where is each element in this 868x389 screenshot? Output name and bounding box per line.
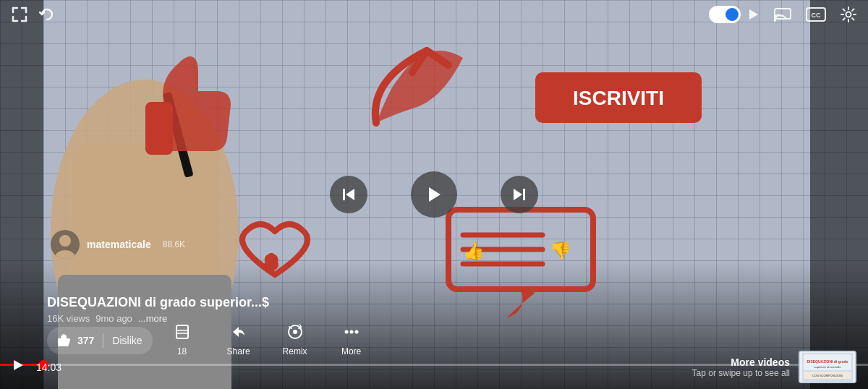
toggle-switch[interactable]: [709, 6, 741, 23]
channel-avatar[interactable]: [51, 230, 80, 259]
svg-text:CON SCOMPOSIZIONI: CON SCOMPOSIZIONI: [812, 374, 843, 377]
time-ago: 9mo ago: [95, 313, 132, 324]
play-indicator-icon: [746, 8, 760, 21]
dislike-button[interactable]: Dislike: [112, 334, 142, 347]
svg-rect-28: [343, 189, 345, 200]
svg-rect-31: [523, 189, 525, 200]
play-button[interactable]: [411, 171, 457, 218]
like-dislike-divider: [103, 333, 103, 348]
skip-next-button[interactable]: [501, 176, 538, 213]
svg-point-41: [293, 330, 297, 334]
bottom-row: 14:03 More videos Tap or swipe up to see…: [0, 351, 868, 383]
like-section[interactable]: 377: [57, 333, 94, 349]
cc-icon[interactable]: CC: [806, 7, 826, 22]
play-small-button[interactable]: [12, 359, 25, 375]
svg-text:👍: 👍: [463, 240, 485, 261]
toggle-knob: [726, 8, 739, 21]
play-time-area: 14:03: [12, 359, 61, 375]
svg-point-34: [59, 235, 71, 247]
svg-text:CC: CC: [812, 12, 821, 19]
remix-icon: [286, 324, 304, 343]
svg-text:superiore al secondo: superiore al secondo: [814, 365, 841, 369]
svg-marker-45: [14, 360, 23, 370]
svg-marker-22: [749, 9, 758, 20]
video-container: ISCRIVITI $ 👍 👎: [0, 0, 868, 389]
view-count: 16K views: [47, 313, 90, 324]
rotate-icon[interactable]: [39, 7, 55, 22]
svg-marker-30: [429, 187, 441, 202]
more-videos-area[interactable]: More videos Tap or swipe up to see all D…: [692, 351, 856, 383]
settings-icon[interactable]: [841, 7, 856, 22]
more-videos-title: More videos: [692, 356, 790, 368]
channel-subscribers: 88.6K: [163, 239, 185, 249]
channel-name[interactable]: matematicale: [87, 239, 151, 250]
expand-icon[interactable]: [12, 7, 27, 22]
cast-icon[interactable]: [774, 7, 791, 22]
video-info-area: DISEQUAZIONI di grado superior...$ 16K v…: [47, 295, 854, 324]
more-description[interactable]: ...more: [138, 313, 167, 324]
more-icon: [344, 324, 359, 343]
svg-point-43: [349, 330, 353, 334]
share-icon: [231, 324, 247, 343]
next-video-thumbnail[interactable]: DISEQUAZIONI di grado superiore al secon…: [799, 351, 856, 383]
svg-marker-29: [346, 189, 354, 200]
top-right-controls: CC: [709, 6, 856, 23]
dislike-label: Dislike: [112, 335, 142, 346]
more-videos-subtitle: Tap or swipe up to see all: [692, 368, 790, 378]
more-videos-text: More videos Tap or swipe up to see all: [692, 356, 790, 378]
svg-rect-4: [148, 105, 170, 152]
svg-text:DISEQUAZIONI di grado: DISEQUAZIONI di grado: [807, 359, 848, 364]
like-count: 377: [77, 335, 94, 346]
svg-text:$: $: [267, 253, 276, 271]
svg-rect-36: [58, 338, 61, 346]
video-meta: 16K views 9mo ago ...more: [47, 313, 854, 324]
player-controls: [330, 171, 538, 218]
like-dislike-container: 377 Dislike: [47, 327, 153, 354]
time-display: 14:03: [36, 362, 61, 373]
channel-info[interactable]: matematicale 88.6K: [51, 230, 185, 259]
top-controls: CC: [0, 0, 868, 29]
svg-marker-32: [514, 189, 522, 200]
svg-point-42: [344, 330, 348, 334]
autoplay-toggle[interactable]: [709, 6, 760, 23]
video-title: DISEQUAZIONI di grado superior...$: [47, 295, 854, 310]
svg-point-27: [846, 12, 851, 17]
skip-prev-button[interactable]: [330, 176, 367, 213]
svg-text:ISCRIVITI: ISCRIVITI: [573, 87, 664, 109]
svg-text:👎: 👎: [550, 240, 571, 261]
svg-rect-37: [176, 325, 188, 338]
svg-point-44: [354, 330, 358, 334]
top-left-controls: [12, 7, 55, 22]
save-icon: [174, 324, 190, 343]
